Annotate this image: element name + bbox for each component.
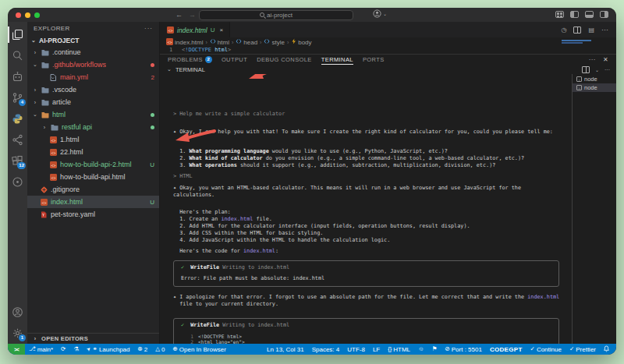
code-row: 2<html lang="en"> [181,339,551,344]
open-editors-section[interactable]: › OPEN EDITORS [27,333,159,344]
globe-icon: ⊕ [172,346,177,352]
file-label: pet-store.yaml [51,210,95,218]
terminal-viewport[interactable]: > Help me write a simple calculator✦ Oka… [160,74,572,344]
breadcrumb-item[interactable]: style [264,38,284,46]
statusbar-flask[interactable]: ⚗ [69,346,83,352]
statusbar-prettier[interactable]: ✓Prettier [566,346,600,353]
split-editor-icon[interactable] [573,27,581,34]
launch-profile-chevron-icon[interactable]: ⌄ [595,67,599,72]
statusbar-sync[interactable]: ⟳ [57,346,69,352]
maximize-window-button[interactable] [34,12,40,18]
panel-tab-output[interactable]: OUTPUT [222,55,247,65]
terminal-instance-node[interactable]: ›node [573,75,616,83]
statusbar-problems-errors[interactable]: ⊗2 [133,346,151,353]
panel-tab-terminal[interactable]: TERMINAL [321,55,353,65]
timeline-icon[interactable]: ◷ [561,27,566,34]
file-tree-item[interactable]: ⌄.github/workflows [27,58,159,71]
file-tree-item[interactable]: <>how-to-build-api.html [27,171,159,183]
editor-viewport[interactable]: 1 <!DOCTYPE html> [160,47,616,54]
statusbar-announcement[interactable]: ⚑ [428,346,441,352]
activity-source-control-icon[interactable]: 4 [8,87,27,108]
statusbar-label: Continue [537,346,562,353]
statusbar-label: Launchpad [99,346,130,353]
activity-settings-icon[interactable]: 1 [8,323,27,344]
remote-indicator[interactable]: >< [8,344,25,355]
statusbar-codegpt[interactable]: CODEGPT [486,346,526,353]
terminal-text: index.html [243,248,275,254]
yaml-icon [40,211,48,218]
file-tree-item[interactable]: ›restful api [27,121,159,133]
statusbar-git-branch[interactable]: ⎇main* [25,346,57,353]
toggle-panel-icon[interactable] [585,11,594,18]
activity-search-icon[interactable] [8,45,27,66]
file-tree-item[interactable]: <>index.htmlU [27,196,159,208]
panel-tab-problems[interactable]: PROBLEMS2 [168,55,212,65]
navigate-back-icon[interactable]: ← [176,11,183,19]
panel-more-actions-icon[interactable]: ··· [589,56,596,63]
terminal-instance-label: node [584,84,597,91]
file-tree-item[interactable]: <>22.html [27,146,159,158]
close-tab-icon[interactable]: × [220,27,224,34]
statusbar-open-in-browser[interactable]: ⊕Open In Browser [168,346,229,353]
editor-layout-icon[interactable]: ▤ [588,27,594,34]
statusbar-indentation[interactable]: Spaces: 4 [308,346,344,353]
statusbar-problems-warnings[interactable]: △0 [151,346,168,353]
terminal-more-actions-icon[interactable]: ··· [604,67,610,72]
navigate-forward-icon[interactable]: → [189,11,196,19]
customize-layout-icon[interactable] [555,11,564,18]
file-tree-item[interactable]: ›.continue [27,46,159,58]
activity-python-icon[interactable] [8,108,27,129]
panel-tab-ports[interactable]: PORTS [363,55,385,65]
file-tree-item[interactable]: <>1.html [27,133,159,146]
more-actions-icon[interactable]: ··· [601,26,608,34]
file-tree-item[interactable]: main.yml2 [27,71,159,83]
statusbar-port[interactable]: ⊘Port : 5501 [441,346,485,353]
link-icon: ⚭ [93,346,98,352]
breadcrumb-item[interactable]: head [236,38,257,46]
statusbar-notifications[interactable] [600,345,613,353]
statusbar-encoding[interactable]: UTF-8 [343,346,369,353]
breadcrumb-item[interactable]: html [210,38,229,46]
file-tree-item[interactable]: pet-store.yaml [27,208,159,221]
statusbar-cursor-position[interactable]: Ln 13, Col 31 [263,346,308,353]
tab-index-html[interactable]: <> index.html U × [160,22,230,37]
close-window-button[interactable] [16,12,21,18]
file-tree-item[interactable]: <>how-to-build-api-2.htmlU [27,158,159,171]
file-tree-item[interactable]: ›article [27,96,159,108]
activity-graph-icon[interactable] [8,129,27,150]
activity-robot-icon[interactable] [8,66,27,87]
activity-files-icon[interactable] [8,24,27,45]
change-dot-badge [151,62,154,69]
file-tree-item[interactable]: ›.vscode [27,83,159,96]
folder-icon [51,124,58,131]
statusbar-continue[interactable]: ✓Continue [526,346,566,353]
toggle-primary-sidebar-icon[interactable] [570,11,579,18]
minimize-window-button[interactable] [25,12,30,18]
breadcrumb-item[interactable]: body [291,38,311,46]
explorer-more-actions-icon[interactable]: ··· [144,25,153,32]
explorer-root-folder[interactable]: ⌄ AI-PROJECT [27,35,159,46]
statusbar-feedback[interactable]: ☺ [414,346,428,352]
terminal-instance-node[interactable]: ›node [573,83,616,92]
split-terminal-icon[interactable] [582,66,590,73]
command-center-search[interactable]: ai-project [199,10,353,20]
panel-tab-debug-console[interactable]: DEBUG CONSOLE [257,55,312,65]
toggle-secondary-sidebar-icon[interactable] [600,11,608,18]
terminal-section-header[interactable]: ⌄ TERMINAL ⌄ ··· [160,65,616,74]
accounts-menu[interactable]: ⌄ [373,9,387,18]
file-label: .vscode [52,86,76,94]
breadcrumb-item[interactable]: <>index.html [166,38,203,47]
activity-account-icon[interactable] [8,302,27,323]
activity-remote-explorer-icon[interactable] [8,171,27,193]
file-tree-item[interactable]: ⌄html [27,108,159,121]
html-file-icon: <> [166,27,174,34]
statusbar-eol[interactable]: LF [369,346,384,353]
terminal-text: 3. Add CSS within the HTML for basic sty… [173,230,323,236]
file-label: how-to-build-api-2.html [60,161,132,168]
activity-extensions-icon[interactable]: 12 [8,150,27,171]
statusbar-launchpad[interactable]: ➤⚭Launchpad [83,346,133,353]
file-tree-item[interactable]: .gitignore [27,183,159,196]
statusbar-language-mode[interactable]: {}HTML [384,346,414,353]
terminal-line: > HTML [173,173,561,180]
close-panel-icon[interactable]: ✕ [603,56,608,63]
